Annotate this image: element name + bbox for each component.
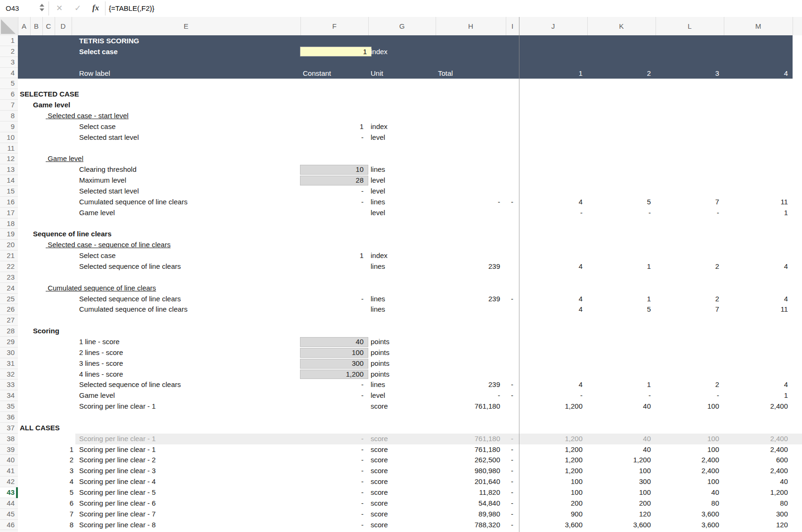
cell-K46[interactable]: 3,600	[587, 520, 656, 531]
row-header-33[interactable]: 33	[0, 379, 18, 390]
row-header-4[interactable]: 4	[0, 68, 18, 79]
cell-F29[interactable]: 40	[300, 337, 368, 347]
row-label-19[interactable]: Sequence of line clears	[33, 229, 254, 240]
column-header-L[interactable]: L	[656, 17, 724, 35]
cell-K43[interactable]: 100	[587, 487, 656, 498]
cell-J41[interactable]: 1,200	[519, 466, 587, 476]
column-header-E[interactable]: E	[72, 17, 300, 35]
row-label-21[interactable]: Select case	[79, 250, 300, 261]
spinner-down-icon[interactable]	[40, 8, 44, 11]
row-label-22[interactable]: Selected sequence of line clears	[79, 261, 300, 272]
cell-M16[interactable]: 11	[724, 197, 793, 208]
cell-L45[interactable]: 3,600	[656, 509, 724, 520]
cell-H35[interactable]: 761,180	[436, 401, 506, 412]
row-label-25[interactable]: Selected sequence of line clears	[79, 294, 300, 305]
cell-G45[interactable]: score	[371, 509, 436, 520]
cell-L22[interactable]: 2	[656, 261, 724, 272]
cell-K26[interactable]: 5	[587, 304, 656, 315]
cell-G41[interactable]: score	[371, 466, 436, 476]
cell-G29[interactable]: points	[371, 337, 436, 347]
cell-name-box[interactable]: O43	[6, 0, 19, 17]
row-header-8[interactable]: 8	[0, 111, 18, 121]
cell-K39[interactable]: 40	[587, 444, 656, 455]
cell-I43[interactable]: -	[506, 487, 519, 498]
cell-H39[interactable]: 761,180	[436, 444, 506, 455]
row-header-11[interactable]: 11	[0, 143, 18, 154]
cell-G42[interactable]: score	[371, 476, 436, 487]
row-label-26[interactable]: Cumulated sequence of line clears	[79, 304, 300, 315]
cell-F10[interactable]: -	[300, 132, 368, 143]
cell-J44[interactable]: 200	[519, 498, 587, 509]
cell-H45[interactable]: 89,980	[436, 509, 506, 520]
cell-I41[interactable]: -	[506, 466, 519, 476]
row-header-28[interactable]: 28	[0, 326, 18, 337]
row-label-9[interactable]: Select case	[79, 121, 300, 132]
cell-K35[interactable]: 40	[587, 401, 656, 412]
cell-F21[interactable]: 1	[300, 250, 368, 261]
cell-M40[interactable]: 600	[724, 455, 793, 466]
cell-M45[interactable]: 300	[724, 509, 793, 520]
cell-F13[interactable]: 10	[300, 164, 368, 175]
cell-J16[interactable]: 4	[519, 197, 587, 208]
row-label-16[interactable]: Cumulated sequence of line clears	[79, 197, 300, 208]
cell-L41[interactable]: 2,400	[656, 466, 724, 476]
row-header-21[interactable]: 21	[0, 250, 18, 261]
cell-F15[interactable]: -	[300, 186, 368, 197]
cell-M46[interactable]: 120	[724, 520, 793, 531]
cell-F43[interactable]: -	[300, 487, 368, 498]
row-header-19[interactable]: 19	[0, 229, 18, 240]
cell-L34[interactable]: -	[656, 390, 724, 401]
row-header-2[interactable]: 2	[0, 46, 18, 57]
cell-I16[interactable]: -	[506, 197, 519, 208]
cell-G22[interactable]: lines	[371, 261, 436, 272]
row-header-26[interactable]: 26	[0, 304, 18, 315]
select-case-input-cell[interactable]: 1	[300, 47, 372, 56]
row-label-10[interactable]: Selected start level	[79, 132, 300, 143]
cell-I33[interactable]: -	[506, 379, 519, 390]
cell-G34[interactable]: level	[371, 390, 436, 401]
cell-G40[interactable]: score	[371, 455, 436, 466]
row-label-8[interactable]: Selected case - start level	[46, 111, 267, 121]
row-label-41[interactable]: Scoring per line clear - 3	[79, 466, 300, 476]
cell-G33[interactable]: lines	[371, 379, 436, 390]
cell-G38[interactable]: score	[371, 434, 436, 444]
row-header-16[interactable]: 16	[0, 197, 18, 208]
spinner-up-icon[interactable]	[40, 4, 44, 7]
row-header-34[interactable]: 34	[0, 390, 18, 401]
cell-K22[interactable]: 1	[587, 261, 656, 272]
cell-K25[interactable]: 1	[587, 294, 656, 305]
cell-M17[interactable]: 1	[724, 208, 793, 218]
cell-M26[interactable]: 11	[724, 304, 793, 315]
cell-I40[interactable]: -	[506, 455, 519, 466]
cell-K34[interactable]: -	[587, 390, 656, 401]
cell-H25[interactable]: 239	[436, 294, 506, 305]
cell-J46[interactable]: 3,600	[519, 520, 587, 531]
cell-J45[interactable]: 900	[519, 509, 587, 520]
cell-F41[interactable]: -	[300, 466, 368, 476]
row-label-44[interactable]: Scoring per line clear - 6	[79, 498, 300, 509]
row-label-40[interactable]: Scoring per line clear - 2	[79, 455, 300, 466]
row-header-23[interactable]: 23	[0, 272, 18, 283]
row-label-14[interactable]: Maximum level	[79, 175, 300, 186]
cell-J39[interactable]: 1,200	[519, 444, 587, 455]
cell-M22[interactable]: 4	[724, 261, 793, 272]
column-header-K[interactable]: K	[587, 17, 656, 35]
cell-J25[interactable]: 4	[519, 294, 587, 305]
cell-J17[interactable]: -	[519, 208, 587, 218]
cell-F14[interactable]: 28	[300, 175, 368, 186]
cell-F34[interactable]: -	[300, 390, 368, 401]
cell-F39[interactable]: -	[300, 444, 368, 455]
cell-K17[interactable]: -	[587, 208, 656, 218]
cell-G15[interactable]: level	[371, 186, 436, 197]
cell-H46[interactable]: 788,320	[436, 520, 506, 531]
cell-J33[interactable]: 4	[519, 379, 587, 390]
cell-F42[interactable]: -	[300, 476, 368, 487]
cell-M35[interactable]: 2,400	[724, 401, 793, 412]
cell-H41[interactable]: 980,980	[436, 466, 506, 476]
cell-J26[interactable]: 4	[519, 304, 587, 315]
row-header-13[interactable]: 13	[0, 164, 18, 175]
cell-I42[interactable]: -	[506, 476, 519, 487]
cell-M42[interactable]: 40	[724, 476, 793, 487]
cell-I46[interactable]: -	[506, 520, 519, 531]
row-label-45[interactable]: Scoring per line clear - 7	[79, 509, 300, 520]
